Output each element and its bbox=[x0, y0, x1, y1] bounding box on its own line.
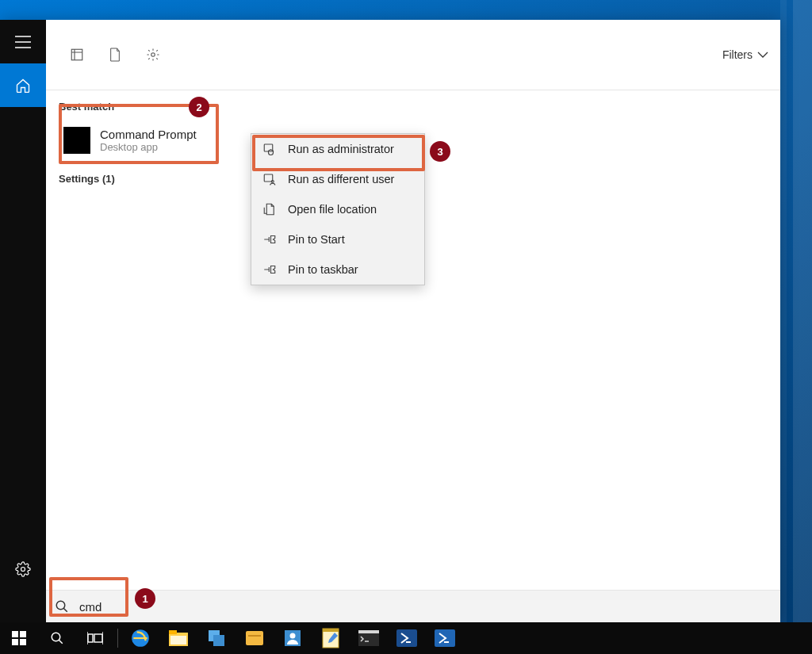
svg-rect-8 bbox=[20, 631, 26, 637]
hamburger-menu-button[interactable] bbox=[0, 20, 46, 63]
pin-icon bbox=[262, 232, 277, 247]
best-match-result[interactable]: Command Prompt Desktop app bbox=[57, 119, 220, 162]
settings-filter-button[interactable] bbox=[134, 36, 172, 74]
context-open-file-location[interactable]: Open file location bbox=[251, 194, 424, 224]
filters-dropdown[interactable]: Filters bbox=[722, 48, 768, 61]
callout-3: 3 bbox=[430, 141, 450, 162]
task-view-button[interactable] bbox=[76, 622, 114, 654]
svg-point-11 bbox=[52, 633, 60, 641]
svg-point-0 bbox=[21, 567, 25, 571]
context-pin-to-taskbar[interactable]: Pin to taskbar bbox=[251, 254, 424, 285]
svg-rect-13 bbox=[94, 634, 102, 642]
taskbar-ie-icon[interactable] bbox=[121, 622, 159, 654]
menu-item-label: Open file location bbox=[288, 203, 377, 216]
context-run-as-different-user[interactable]: Run as different user bbox=[251, 164, 424, 194]
search-filters-row: Filters bbox=[46, 20, 780, 90]
menu-item-label: Run as administrator bbox=[288, 143, 394, 155]
taskbar-powershell-icon-2[interactable] bbox=[426, 622, 464, 654]
apps-filter-button[interactable] bbox=[58, 36, 96, 74]
svg-rect-27 bbox=[358, 630, 379, 633]
search-input[interactable] bbox=[78, 599, 780, 614]
svg-rect-16 bbox=[169, 630, 177, 634]
search-left-rail bbox=[0, 20, 46, 622]
svg-rect-1 bbox=[71, 49, 82, 60]
svg-rect-21 bbox=[248, 635, 261, 637]
file-location-icon bbox=[262, 202, 277, 216]
settings-button[interactable] bbox=[0, 547, 46, 591]
search-input-bar bbox=[46, 590, 780, 622]
svg-rect-17 bbox=[170, 636, 186, 644]
taskbar-sticky-notes-icon[interactable] bbox=[236, 622, 274, 654]
menu-item-label: Pin to taskbar bbox=[288, 263, 358, 276]
cortana-search-panel: Filters Best match Command Prompt Deskto… bbox=[0, 20, 780, 622]
context-run-as-admin[interactable]: Run as administrator bbox=[251, 134, 424, 164]
best-match-title: Command Prompt bbox=[100, 128, 197, 141]
menu-item-label: Run as different user bbox=[288, 173, 394, 185]
taskbar-powershell-icon[interactable] bbox=[388, 622, 426, 654]
search-icon bbox=[46, 591, 78, 622]
command-prompt-icon bbox=[63, 127, 90, 154]
user-icon bbox=[262, 172, 277, 186]
taskbar-cmd-icon[interactable] bbox=[350, 622, 388, 654]
taskbar-app-icon-1[interactable] bbox=[197, 622, 236, 654]
svg-point-3 bbox=[56, 601, 65, 610]
taskbar-divider bbox=[117, 629, 118, 648]
taskbar-search-button[interactable] bbox=[38, 622, 76, 654]
svg-rect-10 bbox=[20, 639, 26, 645]
menu-item-label: Pin to Start bbox=[288, 233, 345, 246]
svg-rect-5 bbox=[264, 174, 273, 182]
pin-icon bbox=[262, 262, 277, 277]
svg-rect-7 bbox=[12, 631, 18, 637]
admin-shield-icon bbox=[262, 142, 277, 156]
taskbar-file-explorer-icon[interactable] bbox=[159, 622, 197, 654]
best-match-header: Best match bbox=[59, 101, 769, 113]
svg-rect-9 bbox=[12, 639, 18, 645]
best-match-subtitle: Desktop app bbox=[100, 141, 197, 153]
svg-point-23 bbox=[290, 633, 296, 639]
svg-rect-12 bbox=[88, 634, 93, 642]
chevron-down-icon bbox=[757, 52, 768, 58]
svg-rect-25 bbox=[323, 629, 339, 632]
callout-2: 2 bbox=[189, 97, 209, 117]
svg-rect-19 bbox=[213, 635, 224, 646]
taskbar bbox=[0, 622, 812, 654]
start-button[interactable] bbox=[0, 622, 38, 654]
taskbar-notepad-icon[interactable] bbox=[312, 622, 350, 654]
callout-1: 1 bbox=[135, 588, 155, 609]
home-button[interactable] bbox=[0, 63, 46, 107]
context-menu: Run as administrator Run as different us… bbox=[251, 133, 425, 285]
context-pin-to-start[interactable]: Pin to Start bbox=[251, 224, 424, 254]
svg-point-2 bbox=[151, 53, 155, 57]
taskbar-app-icon-2[interactable] bbox=[274, 622, 312, 654]
svg-rect-20 bbox=[246, 631, 263, 645]
documents-filter-button[interactable] bbox=[96, 36, 134, 74]
filters-label: Filters bbox=[722, 48, 753, 61]
